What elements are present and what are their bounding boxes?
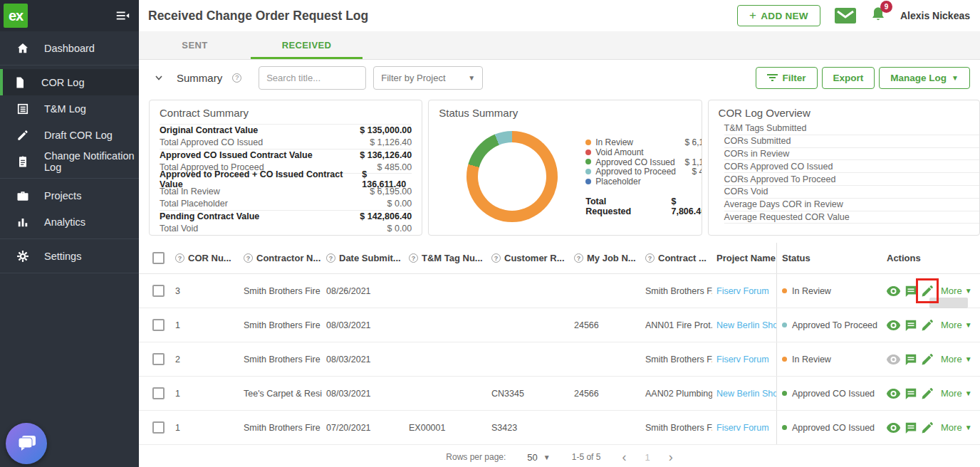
comment-button[interactable] [905, 353, 917, 366]
status-summary-card: Status Summary In Review$ 6,195.00 Void … [428, 100, 702, 236]
help-icon[interactable]: ? [232, 73, 241, 83]
mail-icon[interactable] [835, 8, 856, 23]
comment-button[interactable] [905, 421, 917, 434]
project-link[interactable]: Fiserv Forum [712, 355, 776, 364]
status-dot [782, 391, 787, 396]
col-header-date-submitted[interactable]: ?Date Submit...↓ [322, 253, 405, 263]
sidebar-item-tm-log[interactable]: T&M Log [0, 95, 139, 122]
status-cell: Approved To Proceed [776, 308, 881, 342]
sidebar-item-cor-log[interactable]: COR Log [0, 69, 139, 95]
help-icon: ? [491, 253, 501, 263]
legend-dot [585, 169, 591, 174]
col-header-customer-ref[interactable]: ?Customer R... [487, 253, 570, 263]
more-button[interactable]: More▼ [941, 422, 972, 433]
table-row: 3 Smith Brothers Fire ... 08/26/2021 Smi… [139, 274, 980, 308]
donut-legend: In Review$ 6,195.00 Void Amount$ 0.00 Ap… [585, 137, 702, 216]
sidebar-item-settings[interactable]: Settings [0, 243, 139, 269]
sidebar-item-dashboard[interactable]: Dashboard [0, 35, 139, 61]
rows-per-page-select[interactable]: 50▼ [527, 452, 550, 463]
filter-button[interactable]: Filter [756, 67, 818, 89]
current-page[interactable]: 1 [645, 452, 650, 463]
row-checkbox[interactable] [152, 353, 165, 365]
view-button[interactable] [886, 389, 901, 399]
sidebar-item-label: Draft COR Log [44, 130, 113, 141]
col-header-tm-tag-number[interactable]: ?T&M Tag Nu... [405, 253, 487, 263]
col-header-status[interactable]: Status [776, 243, 881, 273]
legend-dot [585, 179, 591, 184]
user-menu[interactable]: Alexis Nickeas [900, 10, 970, 21]
row-checkbox[interactable] [152, 285, 165, 297]
total-requested: Total Requested$ 7,806.40 [585, 196, 702, 216]
search-input[interactable] [259, 66, 366, 90]
col-header-contract[interactable]: ?Contract ... [641, 253, 712, 263]
status-dot [782, 425, 787, 430]
more-button[interactable]: More▼ [941, 285, 972, 296]
tab-sent[interactable]: SENT [139, 31, 251, 59]
bar-chart-icon [16, 215, 30, 229]
menu-toggle-icon[interactable] [115, 8, 130, 23]
edit-button[interactable] [921, 387, 934, 400]
prev-page-button[interactable]: ‹ [622, 451, 626, 463]
project-link[interactable]: New Berlin Shopp... [712, 320, 776, 330]
summary-row: Approved to Proceed + CO Issued Contract… [160, 173, 412, 185]
sidebar-item-label: Change Notification Log [44, 150, 139, 173]
actions-cell: More▼ [881, 377, 980, 410]
sidebar-item-label: Settings [44, 251, 81, 262]
chevron-down-icon[interactable] [154, 73, 164, 83]
next-page-button[interactable]: › [669, 451, 673, 463]
edit-button[interactable] [921, 319, 934, 332]
pencil-icon [921, 319, 934, 332]
manage-log-button[interactable]: Manage Log▼ [879, 67, 970, 89]
row-checkbox[interactable] [152, 319, 165, 331]
chevron-down-icon: ▼ [543, 453, 551, 461]
chevron-down-icon: ▼ [965, 389, 972, 397]
view-button[interactable] [886, 286, 901, 296]
view-button[interactable] [886, 320, 901, 330]
chat-widget-button[interactable] [6, 423, 47, 464]
col-header-my-job-number[interactable]: ?My Job N... [570, 253, 641, 263]
select-all-checkbox[interactable] [152, 252, 165, 264]
table-row: 2 Smith Brothers Fire ... 08/03/2021 Smi… [139, 342, 980, 377]
more-button[interactable]: More▼ [941, 388, 972, 399]
col-header-contractor-name[interactable]: ?Contractor N... [239, 253, 322, 263]
status-cell: In Review [776, 342, 881, 376]
overview-row: T&M Tags Submitted [724, 122, 979, 135]
legend-item: Void Amount$ 0.00 [585, 147, 702, 157]
view-button[interactable] [886, 423, 901, 433]
project-link[interactable]: New Berlin Shopp... [712, 389, 776, 399]
eye-icon [886, 286, 901, 296]
add-new-button[interactable]: + ADD NEW [737, 5, 820, 26]
project-link[interactable]: Fiserv Forum [712, 423, 776, 433]
comment-icon [905, 353, 917, 366]
sidebar-item-change-notification-log[interactable]: Change Notification Log [0, 148, 139, 174]
more-button[interactable]: More▼ [941, 354, 972, 364]
sidebar-item-projects[interactable]: Projects [0, 182, 139, 209]
comment-button[interactable] [905, 319, 917, 332]
project-link[interactable]: Fiserv Forum [712, 286, 776, 296]
more-button[interactable]: More▼ [941, 320, 972, 330]
col-header-cor-number[interactable]: ?COR Nu... [171, 253, 239, 263]
tab-received[interactable]: RECEIVED [251, 31, 363, 59]
eye-icon [886, 423, 901, 433]
tooltip-remnant [929, 298, 968, 308]
app-logo[interactable]: ex [4, 4, 28, 28]
export-button[interactable]: Export [822, 67, 875, 89]
comment-button[interactable] [905, 387, 917, 400]
project-filter-select[interactable]: Filter by Project▼ [373, 66, 483, 90]
col-header-project-name[interactable]: Project Name [712, 253, 776, 263]
edit-button[interactable] [921, 353, 934, 366]
notifications-button[interactable]: 9 [870, 6, 886, 26]
card-title: Contract Summary [150, 100, 422, 122]
row-checkbox[interactable] [152, 387, 165, 399]
sidebar-item-draft-cor-log[interactable]: Draft COR Log [0, 122, 139, 148]
comment-button[interactable] [905, 285, 917, 298]
edit-button[interactable] [921, 285, 934, 298]
actions-cell: More▼ [881, 411, 980, 444]
row-checkbox[interactable] [152, 421, 165, 434]
edit-button[interactable] [921, 421, 934, 434]
legend-dot [585, 149, 591, 155]
sidebar-item-analytics[interactable]: Analytics [0, 209, 139, 235]
legend-dot [585, 159, 591, 164]
chevron-down-icon: ▼ [965, 355, 972, 363]
overview-row: Average Days COR in Review [724, 199, 979, 211]
